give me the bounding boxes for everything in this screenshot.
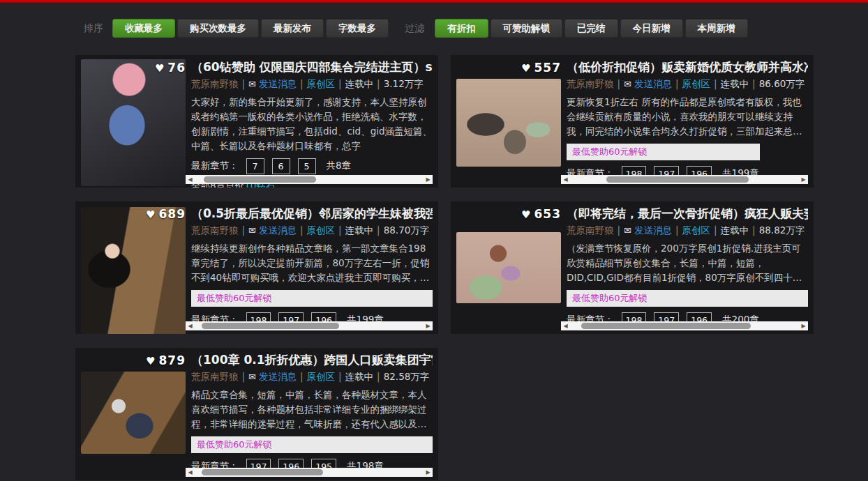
sort-button-most-collected[interactable]: 收藏最多 bbox=[112, 19, 175, 38]
envelope-icon: ✉ bbox=[624, 79, 631, 89]
filter-button-new-today[interactable]: 今日新增 bbox=[620, 19, 683, 38]
sort-label: 排序 bbox=[84, 22, 103, 35]
story-card: ♥557 （低价折扣促销）贩卖新婚优质女教师并高水准验货调教为 荒原南野狼|✉发… bbox=[451, 55, 814, 188]
horizontal-scrollbar[interactable]: ◀ ▶ bbox=[561, 175, 808, 184]
heart-icon: ♥ bbox=[146, 355, 156, 367]
serial-status: 连载中 bbox=[345, 224, 374, 236]
story-description: （发满章节恢复原价，200万字原创1折促销.进我主页可欣赏精品细节原创文集合，长… bbox=[567, 241, 808, 285]
story-title[interactable]: （即将完结，最后一次骨折促销）疯狂人贩夫妻连环绑 bbox=[567, 206, 808, 221]
zone-link[interactable]: 原创区 bbox=[682, 224, 711, 236]
horizontal-scrollbar[interactable]: ◀ ▶ bbox=[186, 468, 433, 477]
separator: | bbox=[338, 371, 342, 382]
send-message-link[interactable]: 发送消息 bbox=[259, 224, 297, 236]
scroll-track[interactable] bbox=[195, 175, 424, 184]
story-meta: 荒原南野狼|✉发送消息|原创区|连载中|86.60万字 bbox=[567, 78, 808, 91]
story-title[interactable]: （100章 0.1折折优惠）跨国人口贩卖集团宇宙系列之绑 bbox=[191, 352, 433, 367]
favorites-count: ♥76 bbox=[81, 61, 186, 75]
author-link[interactable]: 荒原南野狼 bbox=[191, 371, 239, 382]
scroll-left-arrow[interactable]: ◀ bbox=[561, 175, 570, 184]
send-message-link[interactable]: 发送消息 bbox=[634, 78, 672, 89]
scroll-right-arrow[interactable]: ▶ bbox=[424, 175, 433, 184]
horizontal-scrollbar[interactable]: ◀ ▶ bbox=[186, 175, 433, 184]
scroll-right-arrow[interactable]: ▶ bbox=[424, 321, 433, 330]
sponsor-unlock-button[interactable]: 最低赞助60元解锁 bbox=[567, 290, 808, 307]
sponsor-unlock-button[interactable]: 最低赞助60元解锁 bbox=[567, 144, 760, 160]
cover-image[interactable] bbox=[81, 372, 186, 454]
zone-link[interactable]: 原创区 bbox=[307, 78, 336, 89]
chapter-link[interactable]: 7 bbox=[246, 158, 264, 174]
story-meta: 荒原南野狼|✉发送消息|原创区|连载中|88.70万字 bbox=[191, 224, 433, 237]
sort-button-newest[interactable]: 最新发布 bbox=[261, 19, 324, 38]
story-meta: 荒原南野狼|✉发送消息|原创区|连载中|82.58万字 bbox=[191, 371, 433, 383]
scroll-left-arrow[interactable]: ◀ bbox=[186, 321, 195, 330]
story-meta: 荒原南野狼|✉发送消息|原创区|连载中|88.82万字 bbox=[567, 224, 808, 237]
cover-image[interactable] bbox=[81, 59, 186, 186]
heart-icon: ♥ bbox=[521, 208, 531, 221]
sort-filter-toolbar: 排序 收藏最多 购买次数最多 最新发布 字数最多 过滤 有折扣 可赞助解锁 已完… bbox=[84, 19, 868, 38]
separator: | bbox=[338, 224, 342, 236]
horizontal-scrollbar[interactable]: ◀ ▶ bbox=[186, 321, 433, 330]
story-card: ♥76 （60钻赞助 仅限国庆四部集合完结进主页）sm爱好者题 荒原南野狼|✉发… bbox=[75, 55, 438, 188]
scroll-thumb[interactable] bbox=[204, 176, 316, 183]
heart-icon: ♥ bbox=[155, 62, 165, 75]
scroll-thumb[interactable] bbox=[202, 323, 339, 329]
filter-button-discounted[interactable]: 有折扣 bbox=[435, 19, 488, 38]
zone-link[interactable]: 原创区 bbox=[307, 371, 336, 382]
send-message-link[interactable]: 发送消息 bbox=[634, 224, 672, 236]
word-count: 88.82万字 bbox=[759, 224, 805, 236]
send-message-link[interactable]: 发送消息 bbox=[259, 78, 297, 89]
sort-button-most-words[interactable]: 字数最多 bbox=[326, 19, 389, 38]
story-card-grid: ♥76 （60钻赞助 仅限国庆四部集合完结进主页）sm爱好者题 荒原南野狼|✉发… bbox=[75, 55, 814, 480]
scroll-track[interactable] bbox=[195, 468, 424, 477]
favorites-count: ♥689 bbox=[81, 207, 186, 221]
author-link[interactable]: 荒原南野狼 bbox=[191, 78, 239, 89]
cover-image[interactable] bbox=[81, 207, 186, 334]
scroll-left-arrow[interactable]: ◀ bbox=[186, 468, 195, 477]
chapter-link[interactable]: 5 bbox=[298, 158, 316, 174]
zone-link[interactable]: 原创区 bbox=[307, 224, 336, 236]
scroll-right-arrow[interactable]: ▶ bbox=[799, 175, 808, 184]
separator: | bbox=[618, 224, 621, 236]
serial-status: 连载中 bbox=[721, 78, 749, 89]
scroll-track[interactable] bbox=[195, 321, 424, 330]
sort-button-most-purchased[interactable]: 购买次数最多 bbox=[177, 19, 259, 38]
scroll-left-arrow[interactable]: ◀ bbox=[561, 321, 570, 330]
cover-image[interactable] bbox=[456, 79, 561, 167]
favorites-count: ♥557 bbox=[456, 61, 561, 75]
story-title[interactable]: （60钻赞助 仅限国庆四部集合完结进主页）sm爱好者题 bbox=[191, 59, 433, 75]
author-link[interactable]: 荒原南野狼 bbox=[191, 224, 239, 236]
separator: | bbox=[752, 78, 756, 89]
sponsor-unlock-button[interactable]: 最低赞助60元解锁 bbox=[191, 290, 433, 307]
story-description: 继续持续更新创作各种精品文章咯，第一部文章集合198章完结了，所以决定提前开新篇… bbox=[191, 241, 433, 285]
latest-chapters: 最新章节： 7 6 5 共8章 bbox=[191, 158, 433, 174]
sponsor-unlock-button[interactable]: 最低赞助60元解锁 bbox=[191, 436, 433, 453]
filter-button-new-this-week[interactable]: 本周新增 bbox=[685, 19, 748, 38]
serial-status: 连载中 bbox=[721, 224, 749, 236]
scroll-thumb[interactable] bbox=[202, 469, 323, 475]
cover-image[interactable] bbox=[456, 232, 561, 303]
chapter-link[interactable]: 6 bbox=[272, 158, 290, 174]
scroll-thumb[interactable] bbox=[581, 323, 751, 329]
envelope-icon: ✉ bbox=[248, 79, 256, 89]
author-link[interactable]: 荒原南野狼 bbox=[567, 78, 614, 89]
separator: | bbox=[714, 224, 717, 236]
story-description: 精品文章合集，短篇，中篇，长篇，各种题材文章，本人喜欢细节描写，各种题材包括非常… bbox=[191, 388, 433, 432]
scroll-right-arrow[interactable]: ▶ bbox=[424, 468, 433, 477]
separator: | bbox=[675, 78, 679, 89]
separator: | bbox=[714, 78, 717, 89]
story-title[interactable]: （0.5折最后最优促销）邻居家的学生妹被我强行绑架之 bbox=[191, 206, 433, 221]
scroll-thumb[interactable] bbox=[606, 176, 748, 183]
filter-button-sponsor-unlock[interactable]: 可赞助解锁 bbox=[491, 19, 563, 38]
scroll-right-arrow[interactable]: ▶ bbox=[799, 321, 808, 330]
send-message-link[interactable]: 发送消息 bbox=[259, 371, 297, 382]
story-title[interactable]: （低价折扣促销）贩卖新婚优质女教师并高水准验货调教为 bbox=[567, 59, 808, 75]
filter-button-completed[interactable]: 已完结 bbox=[564, 19, 618, 38]
scroll-track[interactable] bbox=[570, 175, 799, 184]
word-count: 3.12万字 bbox=[384, 78, 424, 89]
author-link[interactable]: 荒原南野狼 bbox=[567, 224, 614, 236]
zone-link[interactable]: 原创区 bbox=[682, 78, 711, 89]
horizontal-scrollbar[interactable]: ◀ ▶ bbox=[561, 321, 808, 330]
separator: | bbox=[752, 224, 756, 236]
scroll-left-arrow[interactable]: ◀ bbox=[186, 175, 195, 184]
scroll-track[interactable] bbox=[570, 321, 799, 330]
